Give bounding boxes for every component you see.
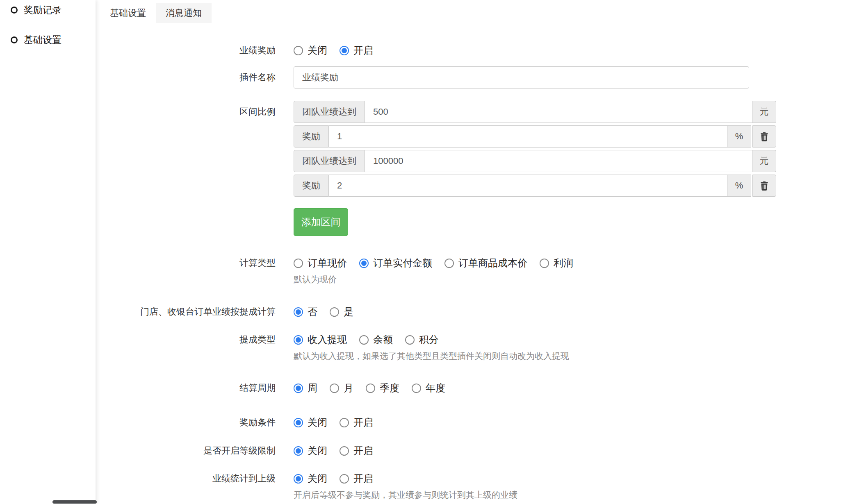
radio-option[interactable]: 季度 [366, 381, 399, 395]
field-label: 门店、收银台订单业绩按提成计算 [97, 305, 276, 319]
radio-option[interactable]: 关闭 [294, 416, 327, 429]
radio-icon[interactable] [405, 335, 415, 345]
interval-input-group: 团队业绩达到元 [294, 150, 776, 172]
radio-icon[interactable] [294, 259, 303, 268]
radio-option[interactable]: 收入提现 [294, 333, 347, 346]
radio-icon[interactable] [340, 418, 349, 427]
input-prefix-addon: 奖励 [294, 175, 329, 197]
radio-selected-icon[interactable] [294, 474, 303, 484]
radio-selected-icon[interactable] [294, 307, 303, 317]
radio-selected-icon[interactable] [294, 418, 303, 427]
radio-selected-icon[interactable] [359, 259, 369, 268]
radio-group-stats-to-parent: 关闭开启 [294, 472, 517, 486]
radio-option-label: 是 [344, 305, 353, 318]
circle-icon [11, 7, 18, 14]
radio-group-reward-condition: 关闭开启 [294, 415, 373, 429]
input-unit-addon: % [727, 175, 751, 197]
tab-bar: 基础设置 消息通知 [100, 3, 212, 23]
sidebar-item-reward-records[interactable]: 奖励记录 [0, 3, 96, 16]
circle-icon [11, 36, 18, 43]
form-row-reward-condition: 奖励条件 关闭开启 [97, 415, 866, 429]
field-label: 业绩统计到上级 [97, 472, 276, 486]
delete-interval-button[interactable] [752, 175, 776, 197]
radio-selected-icon[interactable] [294, 335, 303, 345]
radio-selected-icon[interactable] [294, 446, 303, 456]
field-label: 插件名称 [97, 70, 276, 84]
radio-option[interactable]: 周 [294, 381, 317, 395]
form-row-store-commission: 门店、收银台订单业绩按提成计算 否是 [97, 305, 866, 319]
radio-icon[interactable] [366, 384, 375, 393]
radio-option[interactable]: 关闭 [294, 472, 327, 485]
tab-message-notify[interactable]: 消息通知 [156, 3, 212, 23]
field-hint: 开启后等级不参与奖励，其业绩参与则统计到其上级的业绩 [294, 489, 517, 501]
sidebar-item-basic-settings[interactable]: 基础设置 [0, 33, 96, 46]
radio-option[interactable]: 开启 [340, 444, 373, 457]
radio-icon[interactable] [294, 46, 303, 55]
interval-input-group: 奖励% [294, 175, 776, 197]
radio-icon[interactable] [359, 335, 369, 345]
delete-interval-button[interactable] [752, 125, 776, 148]
radio-selected-icon[interactable] [294, 384, 303, 393]
radio-icon[interactable] [340, 474, 349, 484]
radio-option-label: 季度 [380, 381, 399, 395]
radio-option[interactable]: 余额 [359, 333, 393, 346]
radio-option-label: 订单现价 [308, 257, 347, 270]
field-hint: 默认为收入提现，如果选了其他类型且类型插件关闭则自动改为收入提现 [294, 350, 569, 362]
radio-icon[interactable] [444, 259, 454, 268]
radio-option[interactable]: 关闭 [294, 444, 327, 457]
radio-option[interactable]: 开启 [340, 416, 373, 429]
radio-icon[interactable] [540, 259, 549, 268]
form-row-calc-type: 计算类型 订单现价订单实付金额订单商品成本价利润 默认为现价 [97, 256, 866, 285]
add-interval-button[interactable]: 添加区间 [294, 208, 348, 236]
radio-icon[interactable] [412, 384, 421, 393]
field-label: 业绩奖励 [97, 43, 276, 57]
radio-option[interactable]: 否 [294, 305, 317, 318]
app-window: 奖励记录 基础设置 基础设置 消息通知 业绩奖励 关闭开启 插件名称 区间比例 … [0, 0, 866, 504]
horizontal-scrollbar-thumb[interactable] [52, 500, 97, 504]
radio-option-label: 关闭 [308, 444, 327, 457]
interval-value-input[interactable] [365, 101, 752, 123]
radio-icon[interactable] [330, 384, 339, 393]
radio-option[interactable]: 利润 [540, 257, 573, 270]
plugin-name-input[interactable] [294, 66, 749, 89]
radio-option-label: 订单商品成本价 [458, 257, 527, 270]
radio-option-label: 订单实付金额 [373, 257, 432, 270]
interval-value-input[interactable] [329, 175, 727, 197]
field-hint: 默认为现价 [294, 274, 573, 285]
radio-option[interactable]: 订单实付金额 [359, 257, 432, 270]
radio-icon[interactable] [330, 307, 339, 317]
interval-input-group: 奖励% [294, 125, 776, 148]
radio-group-calc-type: 订单现价订单实付金额订单商品成本价利润 [294, 256, 573, 270]
radio-option[interactable]: 月 [330, 381, 353, 395]
field-label: 提成类型 [97, 333, 276, 347]
interval-value-input[interactable] [365, 150, 752, 172]
form-row-commission-type: 提成类型 收入提现余额积分 默认为收入提现，如果选了其他类型且类型插件关闭则自动… [97, 333, 866, 362]
radio-selected-icon[interactable] [340, 46, 349, 55]
radio-option-label: 开启 [353, 44, 373, 57]
settings-panel: 基础设置 消息通知 业绩奖励 关闭开启 插件名称 区间比例 团队业绩达到元奖励%… [97, 0, 866, 504]
radio-group-performance-reward: 关闭开启 [294, 43, 373, 57]
radio-option-label: 开启 [353, 444, 373, 457]
radio-option-label: 关闭 [308, 416, 327, 429]
radio-icon[interactable] [340, 446, 349, 456]
radio-option[interactable]: 开启 [340, 44, 373, 57]
input-prefix-addon: 团队业绩达到 [294, 101, 365, 123]
sidebar-item-label: 基础设置 [24, 34, 62, 46]
radio-group-store-commission: 否是 [294, 305, 353, 319]
input-unit-addon: % [727, 125, 751, 148]
radio-group-level-limit: 关闭开启 [294, 444, 373, 458]
form-row-stats-to-parent: 业绩统计到上级 关闭开启 开启后等级不参与奖励，其业绩参与则统计到其上级的业绩 [97, 472, 866, 501]
radio-option[interactable]: 订单商品成本价 [444, 257, 527, 270]
radio-option[interactable]: 年度 [412, 381, 445, 395]
radio-option[interactable]: 积分 [405, 333, 439, 346]
radio-option[interactable]: 开启 [340, 472, 373, 485]
tab-basic-settings[interactable]: 基础设置 [100, 3, 156, 23]
radio-option-label: 余额 [373, 333, 393, 346]
interval-value-input[interactable] [329, 125, 727, 148]
field-label: 计算类型 [97, 256, 276, 270]
form-row-interval-ratio: 区间比例 团队业绩达到元奖励%团队业绩达到元奖励% [97, 101, 866, 197]
radio-option[interactable]: 是 [330, 305, 353, 318]
radio-option[interactable]: 订单现价 [294, 257, 347, 270]
radio-option[interactable]: 关闭 [294, 44, 327, 57]
radio-option-label: 关闭 [308, 44, 327, 57]
